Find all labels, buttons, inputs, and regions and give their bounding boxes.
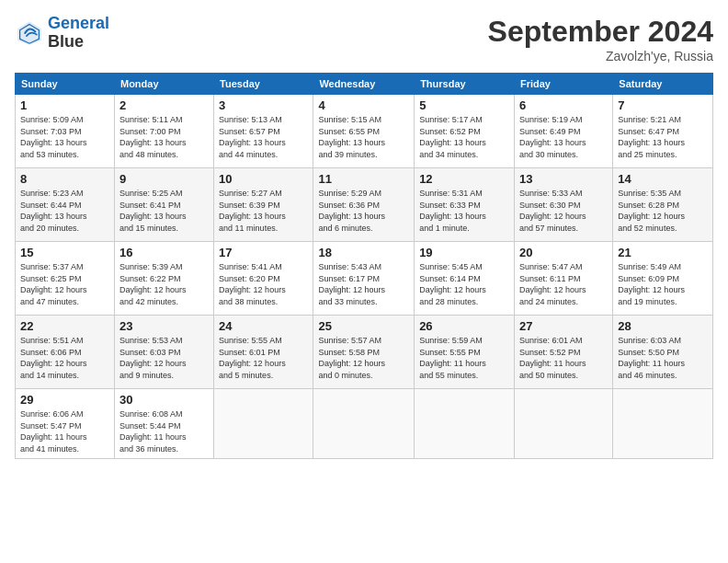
day-info: Sunrise: 5:09 AM Sunset: 7:03 PM Dayligh… bbox=[20, 114, 109, 160]
day-number: 8 bbox=[20, 172, 109, 186]
day-info: Sunrise: 5:57 AM Sunset: 5:58 PM Dayligh… bbox=[318, 335, 409, 381]
day-info: Sunrise: 5:17 AM Sunset: 6:52 PM Dayligh… bbox=[419, 114, 509, 160]
weekday-sunday: Sunday bbox=[16, 74, 115, 95]
calendar-cell: 20Sunrise: 5:47 AM Sunset: 6:11 PM Dayli… bbox=[514, 242, 612, 316]
day-number: 18 bbox=[318, 246, 409, 259]
day-info: Sunrise: 5:19 AM Sunset: 6:49 PM Dayligh… bbox=[519, 114, 608, 160]
calendar-cell: 5Sunrise: 5:17 AM Sunset: 6:52 PM Daylig… bbox=[415, 95, 515, 168]
day-number: 19 bbox=[419, 246, 509, 259]
calendar-cell: 11Sunrise: 5:29 AM Sunset: 6:36 PM Dayli… bbox=[313, 168, 415, 242]
day-info: Sunrise: 6:06 AM Sunset: 5:47 PM Dayligh… bbox=[20, 408, 109, 454]
day-info: Sunrise: 5:21 AM Sunset: 6:47 PM Dayligh… bbox=[618, 114, 708, 160]
day-number: 17 bbox=[219, 246, 308, 259]
calendar-cell: 12Sunrise: 5:31 AM Sunset: 6:33 PM Dayli… bbox=[415, 168, 515, 242]
day-number: 28 bbox=[618, 319, 708, 333]
day-info: Sunrise: 5:33 AM Sunset: 6:30 PM Dayligh… bbox=[519, 188, 608, 234]
day-info: Sunrise: 5:53 AM Sunset: 6:03 PM Dayligh… bbox=[119, 335, 209, 381]
title-block: September 2024 Zavolzh'ye, Russia bbox=[488, 15, 713, 63]
day-number: 6 bbox=[519, 98, 608, 112]
day-number: 30 bbox=[119, 393, 209, 407]
day-info: Sunrise: 5:13 AM Sunset: 6:57 PM Dayligh… bbox=[219, 114, 308, 160]
weekday-saturday: Saturday bbox=[613, 74, 713, 95]
calendar-cell: 3Sunrise: 5:13 AM Sunset: 6:57 PM Daylig… bbox=[214, 95, 313, 168]
logo-icon bbox=[15, 18, 44, 48]
day-info: Sunrise: 6:08 AM Sunset: 5:44 PM Dayligh… bbox=[119, 408, 209, 454]
calendar-cell: 23Sunrise: 5:53 AM Sunset: 6:03 PM Dayli… bbox=[114, 316, 213, 389]
day-number: 3 bbox=[219, 98, 308, 112]
calendar-cell bbox=[415, 389, 515, 459]
day-number: 21 bbox=[618, 246, 708, 259]
day-number: 25 bbox=[318, 319, 409, 333]
logo-text: General Blue bbox=[48, 15, 109, 52]
calendar-cell: 30Sunrise: 6:08 AM Sunset: 5:44 PM Dayli… bbox=[114, 389, 213, 459]
calendar-cell: 22Sunrise: 5:51 AM Sunset: 6:06 PM Dayli… bbox=[16, 316, 115, 389]
day-info: Sunrise: 5:49 AM Sunset: 6:09 PM Dayligh… bbox=[618, 261, 708, 307]
day-number: 14 bbox=[618, 172, 708, 186]
calendar-cell: 29Sunrise: 6:06 AM Sunset: 5:47 PM Dayli… bbox=[16, 389, 115, 459]
day-number: 27 bbox=[519, 319, 608, 333]
day-info: Sunrise: 5:47 AM Sunset: 6:11 PM Dayligh… bbox=[519, 261, 608, 307]
day-number: 5 bbox=[419, 98, 509, 112]
day-number: 4 bbox=[318, 98, 409, 112]
day-number: 23 bbox=[119, 319, 209, 333]
day-info: Sunrise: 5:55 AM Sunset: 6:01 PM Dayligh… bbox=[219, 335, 308, 381]
day-info: Sunrise: 5:11 AM Sunset: 7:00 PM Dayligh… bbox=[119, 114, 209, 160]
day-info: Sunrise: 5:51 AM Sunset: 6:06 PM Dayligh… bbox=[20, 335, 109, 381]
day-number: 15 bbox=[20, 246, 109, 259]
day-info: Sunrise: 5:27 AM Sunset: 6:39 PM Dayligh… bbox=[219, 188, 308, 234]
day-number: 7 bbox=[618, 98, 708, 112]
day-info: Sunrise: 5:25 AM Sunset: 6:41 PM Dayligh… bbox=[119, 188, 209, 234]
calendar-cell: 17Sunrise: 5:41 AM Sunset: 6:20 PM Dayli… bbox=[214, 242, 313, 316]
day-number: 2 bbox=[119, 98, 209, 112]
header: General Blue September 2024 Zavolzh'ye, … bbox=[15, 15, 713, 63]
day-number: 29 bbox=[20, 393, 109, 407]
calendar-cell: 21Sunrise: 5:49 AM Sunset: 6:09 PM Dayli… bbox=[613, 242, 713, 316]
day-info: Sunrise: 5:45 AM Sunset: 6:14 PM Dayligh… bbox=[419, 261, 509, 307]
calendar-cell: 4Sunrise: 5:15 AM Sunset: 6:55 PM Daylig… bbox=[313, 95, 415, 168]
calendar-cell: 24Sunrise: 5:55 AM Sunset: 6:01 PM Dayli… bbox=[214, 316, 313, 389]
day-info: Sunrise: 5:59 AM Sunset: 5:55 PM Dayligh… bbox=[419, 335, 509, 381]
day-number: 10 bbox=[219, 172, 308, 186]
day-info: Sunrise: 6:03 AM Sunset: 5:50 PM Dayligh… bbox=[618, 335, 708, 381]
calendar-cell bbox=[613, 389, 713, 459]
day-number: 26 bbox=[419, 319, 509, 333]
day-info: Sunrise: 5:29 AM Sunset: 6:36 PM Dayligh… bbox=[318, 188, 409, 234]
week-row-1: 1Sunrise: 5:09 AM Sunset: 7:03 PM Daylig… bbox=[16, 95, 713, 168]
day-info: Sunrise: 5:23 AM Sunset: 6:44 PM Dayligh… bbox=[20, 188, 109, 234]
day-number: 24 bbox=[219, 319, 308, 333]
calendar-cell: 13Sunrise: 5:33 AM Sunset: 6:30 PM Dayli… bbox=[514, 168, 612, 242]
calendar-cell: 10Sunrise: 5:27 AM Sunset: 6:39 PM Dayli… bbox=[214, 168, 313, 242]
calendar-cell: 7Sunrise: 5:21 AM Sunset: 6:47 PM Daylig… bbox=[613, 95, 713, 168]
weekday-tuesday: Tuesday bbox=[214, 74, 313, 95]
day-info: Sunrise: 5:39 AM Sunset: 6:22 PM Dayligh… bbox=[119, 261, 209, 307]
month-title: September 2024 bbox=[488, 15, 713, 49]
week-row-5: 29Sunrise: 6:06 AM Sunset: 5:47 PM Dayli… bbox=[16, 389, 713, 459]
weekday-header-row: SundayMondayTuesdayWednesdayThursdayFrid… bbox=[16, 74, 713, 95]
week-row-2: 8Sunrise: 5:23 AM Sunset: 6:44 PM Daylig… bbox=[16, 168, 713, 242]
calendar-cell bbox=[514, 389, 612, 459]
calendar-cell: 2Sunrise: 5:11 AM Sunset: 7:00 PM Daylig… bbox=[114, 95, 213, 168]
day-number: 12 bbox=[419, 172, 509, 186]
day-info: Sunrise: 5:41 AM Sunset: 6:20 PM Dayligh… bbox=[219, 261, 308, 307]
day-info: Sunrise: 5:37 AM Sunset: 6:25 PM Dayligh… bbox=[20, 261, 109, 307]
page: General Blue September 2024 Zavolzh'ye, … bbox=[0, 0, 728, 563]
logo: General Blue bbox=[15, 15, 109, 52]
day-number: 16 bbox=[119, 246, 209, 259]
day-info: Sunrise: 5:35 AM Sunset: 6:28 PM Dayligh… bbox=[618, 188, 708, 234]
calendar-cell: 25Sunrise: 5:57 AM Sunset: 5:58 PM Dayli… bbox=[313, 316, 415, 389]
weekday-friday: Friday bbox=[514, 74, 612, 95]
calendar-cell: 14Sunrise: 5:35 AM Sunset: 6:28 PM Dayli… bbox=[613, 168, 713, 242]
location: Zavolzh'ye, Russia bbox=[488, 49, 713, 63]
calendar-cell bbox=[214, 389, 313, 459]
day-number: 22 bbox=[20, 319, 109, 333]
day-number: 9 bbox=[119, 172, 209, 186]
day-number: 13 bbox=[519, 172, 608, 186]
calendar-cell: 19Sunrise: 5:45 AM Sunset: 6:14 PM Dayli… bbox=[415, 242, 515, 316]
calendar-cell: 28Sunrise: 6:03 AM Sunset: 5:50 PM Dayli… bbox=[613, 316, 713, 389]
calendar-cell: 18Sunrise: 5:43 AM Sunset: 6:17 PM Dayli… bbox=[313, 242, 415, 316]
day-number: 20 bbox=[519, 246, 608, 259]
calendar-cell: 15Sunrise: 5:37 AM Sunset: 6:25 PM Dayli… bbox=[16, 242, 115, 316]
week-row-3: 15Sunrise: 5:37 AM Sunset: 6:25 PM Dayli… bbox=[16, 242, 713, 316]
calendar-cell bbox=[313, 389, 415, 459]
calendar-cell: 6Sunrise: 5:19 AM Sunset: 6:49 PM Daylig… bbox=[514, 95, 612, 168]
